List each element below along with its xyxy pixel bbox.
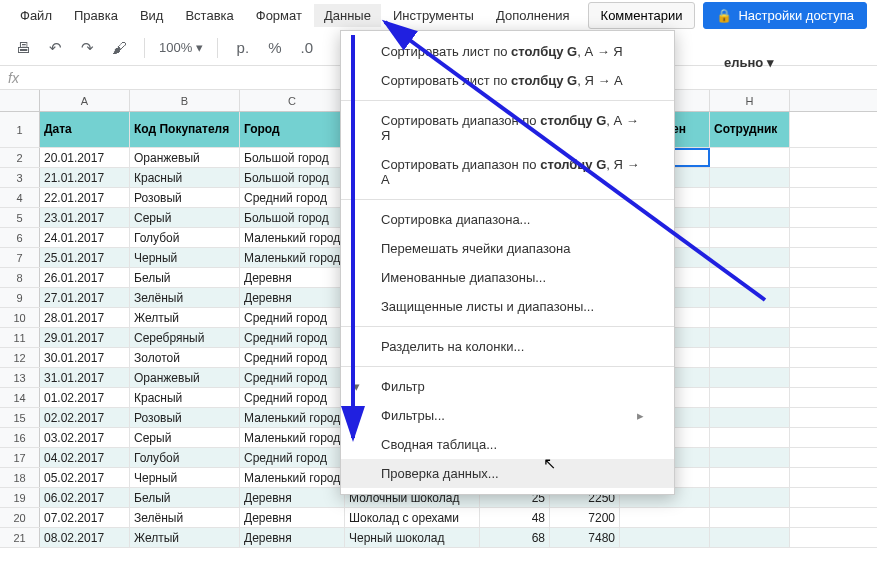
row-number[interactable]: 16 <box>0 428 40 447</box>
cell[interactable]: Голубой <box>130 228 240 247</box>
cell[interactable] <box>620 508 710 527</box>
cell[interactable]: Черный шоколад <box>345 528 480 547</box>
row-number[interactable]: 6 <box>0 228 40 247</box>
cell[interactable]: Деревня <box>240 488 345 507</box>
cell[interactable]: Средний город <box>240 188 345 207</box>
protected-sheets[interactable]: Защищенные листы и диапазоны... <box>341 292 674 321</box>
cell[interactable]: Средний город <box>240 328 345 347</box>
cell[interactable]: Большой город <box>240 208 345 227</box>
filter-views[interactable]: Фильтры...▸ <box>341 401 674 430</box>
cell[interactable]: 02.02.2017 <box>40 408 130 427</box>
menu-file[interactable]: Файл <box>10 4 62 27</box>
sort-range-dialog[interactable]: Сортировка диапазона... <box>341 205 674 234</box>
print-icon[interactable]: 🖶 <box>12 37 34 59</box>
cell[interactable]: Средний город <box>240 348 345 367</box>
cell[interactable] <box>620 528 710 547</box>
cell[interactable]: Голубой <box>130 448 240 467</box>
header-cell[interactable]: Сотрудник <box>710 112 790 147</box>
cell[interactable]: Зелёный <box>130 508 240 527</box>
cell[interactable]: 27.01.2017 <box>40 288 130 307</box>
row-number[interactable]: 21 <box>0 528 40 547</box>
sort-range-za[interactable]: Сортировать диапазон по столбцу G, Я → А <box>341 150 674 194</box>
cell[interactable] <box>710 168 790 187</box>
cell[interactable] <box>710 208 790 227</box>
cell[interactable]: Маленький город <box>240 468 345 487</box>
cell[interactable]: 31.01.2017 <box>40 368 130 387</box>
cell[interactable] <box>710 188 790 207</box>
menu-format[interactable]: Формат <box>246 4 312 27</box>
cell[interactable] <box>710 448 790 467</box>
cell[interactable]: Золотой <box>130 348 240 367</box>
cell[interactable]: Серый <box>130 208 240 227</box>
cell[interactable]: 04.02.2017 <box>40 448 130 467</box>
cell[interactable] <box>710 428 790 447</box>
cell[interactable]: 25.01.2017 <box>40 248 130 267</box>
cell[interactable]: Белый <box>130 268 240 287</box>
header-cell[interactable]: Код Покупателя <box>130 112 240 147</box>
cell[interactable]: Оранжевый <box>130 148 240 167</box>
cell[interactable] <box>710 408 790 427</box>
cell[interactable] <box>710 288 790 307</box>
cell[interactable]: 08.02.2017 <box>40 528 130 547</box>
row-number[interactable]: 10 <box>0 308 40 327</box>
row-number[interactable]: 9 <box>0 288 40 307</box>
cell[interactable]: Шоколад с орехами <box>345 508 480 527</box>
row-number[interactable]: 2 <box>0 148 40 167</box>
cell[interactable]: 29.01.2017 <box>40 328 130 347</box>
cell[interactable]: Деревня <box>240 528 345 547</box>
row-number[interactable]: 17 <box>0 448 40 467</box>
cell[interactable]: 30.01.2017 <box>40 348 130 367</box>
comments-button[interactable]: Комментарии <box>588 2 696 29</box>
cell[interactable] <box>710 268 790 287</box>
cell[interactable] <box>710 228 790 247</box>
row-number[interactable]: 1 <box>0 112 40 147</box>
cell[interactable]: Розовый <box>130 188 240 207</box>
cell[interactable]: 22.01.2017 <box>40 188 130 207</box>
cell[interactable]: Желтый <box>130 528 240 547</box>
row-number[interactable]: 7 <box>0 248 40 267</box>
cell[interactable]: Черный <box>130 248 240 267</box>
cell[interactable] <box>710 148 790 167</box>
column-header-B[interactable]: B <box>130 90 240 111</box>
row-number[interactable]: 15 <box>0 408 40 427</box>
cell[interactable]: Маленький город <box>240 248 345 267</box>
row-number[interactable]: 13 <box>0 368 40 387</box>
menu-data[interactable]: Данные <box>314 4 381 27</box>
cell[interactable]: Средний город <box>240 448 345 467</box>
cell[interactable] <box>710 368 790 387</box>
cell[interactable]: Маленький город <box>240 408 345 427</box>
cell[interactable] <box>710 348 790 367</box>
row-number[interactable]: 11 <box>0 328 40 347</box>
column-header-H[interactable]: H <box>710 90 790 111</box>
cell[interactable]: Белый <box>130 488 240 507</box>
cell[interactable]: 06.02.2017 <box>40 488 130 507</box>
sort-sheet-az[interactable]: Сортировать лист по столбцу G, А → Я <box>341 37 674 66</box>
cell[interactable]: Маленький город <box>240 228 345 247</box>
cell[interactable]: 01.02.2017 <box>40 388 130 407</box>
menu-edit[interactable]: Правка <box>64 4 128 27</box>
cell[interactable] <box>710 528 790 547</box>
menu-addons[interactable]: Дополнения <box>486 4 580 27</box>
undo-icon[interactable]: ↶ <box>44 37 66 59</box>
cell[interactable]: 20.01.2017 <box>40 148 130 167</box>
cell[interactable]: 26.01.2017 <box>40 268 130 287</box>
data-validation[interactable]: Проверка данных... <box>341 459 674 488</box>
menu-insert[interactable]: Вставка <box>175 4 243 27</box>
cell[interactable]: 03.02.2017 <box>40 428 130 447</box>
cell[interactable] <box>710 308 790 327</box>
sort-sheet-za[interactable]: Сортировать лист по столбцу G, Я → А <box>341 66 674 95</box>
pivot-table[interactable]: Сводная таблица... <box>341 430 674 459</box>
cell[interactable]: Маленький город <box>240 428 345 447</box>
cell[interactable] <box>710 468 790 487</box>
cell[interactable] <box>710 508 790 527</box>
row-number[interactable]: 20 <box>0 508 40 527</box>
cell[interactable]: 21.01.2017 <box>40 168 130 187</box>
cell[interactable]: 23.01.2017 <box>40 208 130 227</box>
cell[interactable]: Розовый <box>130 408 240 427</box>
cell[interactable]: Оранжевый <box>130 368 240 387</box>
column-header-C[interactable]: C <box>240 90 345 111</box>
cell[interactable] <box>710 388 790 407</box>
share-button[interactable]: 🔒 Настройки доступа <box>703 2 867 29</box>
sort-range-az[interactable]: Сортировать диапазон по столбцу G, А → Я <box>341 106 674 150</box>
cell[interactable]: Черный <box>130 468 240 487</box>
